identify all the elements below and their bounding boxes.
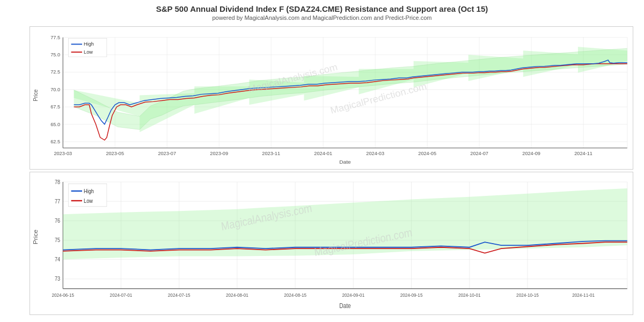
svg-text:2024-09-01: 2024-09-01 (342, 292, 364, 298)
charts-container: 77.5 75.0 72.5 70.0 67.5 65.0 62.5 2023-… (0, 22, 644, 322)
svg-text:2023-09: 2023-09 (210, 151, 228, 157)
svg-text:High: High (84, 188, 94, 194)
chart1: 77.5 75.0 72.5 70.0 67.5 65.0 62.5 2023-… (30, 27, 633, 169)
page-container: S&P 500 Annual Dividend Index F (SDAZ24.… (0, 0, 644, 322)
svg-text:2024-08-15: 2024-08-15 (284, 292, 306, 298)
chart2-svg: 78 77 76 75 74 73 2024-06-15 2024-07-01 … (30, 172, 633, 314)
svg-text:2023-05: 2023-05 (106, 151, 124, 157)
svg-text:Low: Low (84, 197, 93, 204)
svg-text:75: 75 (55, 237, 61, 243)
svg-text:2024-11: 2024-11 (574, 151, 592, 157)
svg-text:Price: Price (33, 230, 39, 244)
page-subtitle: powered by MagicalAnalysis.com and Magic… (0, 14, 644, 21)
svg-text:2024-07-01: 2024-07-01 (110, 292, 133, 298)
svg-text:2024-06-15: 2024-06-15 (52, 292, 74, 298)
svg-text:67.5: 67.5 (50, 104, 60, 109)
svg-text:Price: Price (33, 89, 39, 101)
svg-text:2024-03: 2024-03 (366, 151, 384, 157)
svg-text:77: 77 (55, 198, 61, 204)
svg-text:73: 73 (55, 276, 61, 282)
svg-text:Date: Date (339, 159, 351, 165)
svg-text:70.0: 70.0 (50, 87, 60, 92)
svg-text:78: 78 (55, 179, 61, 185)
svg-text:2024-09-15: 2024-09-15 (400, 292, 423, 298)
svg-text:2024-05: 2024-05 (418, 151, 436, 157)
svg-text:2024-10-01: 2024-10-01 (458, 292, 481, 298)
chart1-wrapper: 77.5 75.0 72.5 70.0 67.5 65.0 62.5 2023-… (30, 26, 633, 170)
chart1-svg: 77.5 75.0 72.5 70.0 67.5 65.0 62.5 2023-… (30, 27, 633, 169)
svg-text:High: High (84, 41, 94, 47)
svg-text:2024-07: 2024-07 (470, 151, 488, 157)
page-title: S&P 500 Annual Dividend Index F (SDAZ24.… (0, 4, 644, 13)
svg-text:Date: Date (339, 302, 351, 309)
svg-text:Low: Low (84, 49, 93, 55)
svg-text:2024-09: 2024-09 (522, 151, 540, 157)
svg-text:77.5: 77.5 (50, 35, 60, 40)
svg-text:2024-08-01: 2024-08-01 (226, 292, 248, 298)
svg-text:2023-11: 2023-11 (262, 151, 280, 157)
svg-text:2024-07-15: 2024-07-15 (168, 292, 191, 298)
svg-text:75.0: 75.0 (50, 52, 60, 57)
chart2-wrapper: 78 77 76 75 74 73 2024-06-15 2024-07-01 … (30, 172, 633, 315)
svg-text:76: 76 (55, 217, 61, 224)
svg-text:2024-01: 2024-01 (314, 151, 332, 157)
svg-text:2023-07: 2023-07 (158, 151, 176, 157)
svg-text:2024-10-15: 2024-10-15 (516, 292, 539, 298)
header: S&P 500 Annual Dividend Index F (SDAZ24.… (0, 0, 644, 22)
svg-text:72.5: 72.5 (50, 70, 60, 75)
svg-text:62.5: 62.5 (50, 139, 60, 144)
svg-text:2023-03: 2023-03 (54, 151, 72, 157)
svg-text:65.0: 65.0 (50, 122, 60, 127)
chart2: 78 77 76 75 74 73 2024-06-15 2024-07-01 … (30, 172, 633, 314)
svg-text:74: 74 (55, 257, 61, 263)
svg-text:2024-11-01: 2024-11-01 (572, 292, 595, 298)
